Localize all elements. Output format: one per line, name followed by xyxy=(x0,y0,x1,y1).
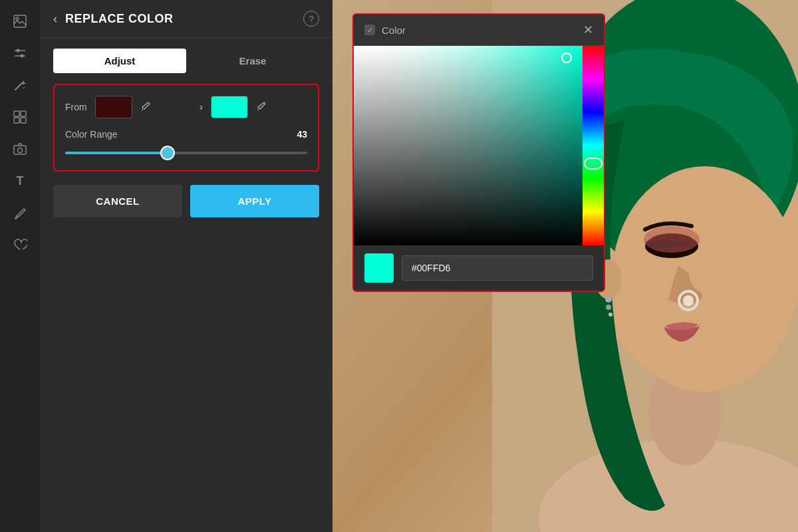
brush-icon[interactable] xyxy=(7,200,33,226)
close-icon[interactable]: ✕ xyxy=(583,23,593,37)
color-picker-checkbox[interactable]: ✓ xyxy=(364,25,375,35)
panel-header: ‹ REPLACE COLOR ? xyxy=(40,0,332,38)
image-icon[interactable] xyxy=(7,8,33,35)
svg-rect-8 xyxy=(14,111,19,116)
arrow-icon: › xyxy=(200,101,203,113)
slider-fill xyxy=(65,152,167,154)
svg-point-26 xyxy=(605,296,612,303)
from-eyedropper-icon[interactable] xyxy=(138,98,154,116)
sliders-icon[interactable] xyxy=(7,40,33,66)
action-buttons: CANCEL APPLY xyxy=(40,172,332,231)
gradient-main[interactable] xyxy=(354,46,583,245)
hex-input[interactable] xyxy=(402,255,593,281)
gradient-cursor[interactable] xyxy=(561,53,572,63)
slider-thumb[interactable] xyxy=(160,146,175,160)
apply-button[interactable]: APPLY xyxy=(190,185,319,217)
color-range-label: Color Range xyxy=(65,129,118,140)
wand-icon[interactable] xyxy=(7,72,33,98)
tab-adjust[interactable]: Adjust xyxy=(53,49,186,73)
canvas-area: ✓ Color ✕ xyxy=(332,0,798,532)
color-replace-section: From › xyxy=(53,84,319,172)
color-picker-header: ✓ Color ✕ xyxy=(354,15,604,46)
color-preview-row xyxy=(354,245,604,291)
hue-thumb[interactable] xyxy=(584,158,602,170)
cancel-button[interactable]: CANCEL xyxy=(53,185,182,217)
color-range-value: 43 xyxy=(297,129,307,140)
svg-point-27 xyxy=(606,305,611,310)
svg-point-24 xyxy=(644,226,700,253)
back-button[interactable]: ‹ xyxy=(53,12,57,26)
svg-point-1 xyxy=(16,17,19,20)
svg-line-7 xyxy=(23,87,25,88)
preview-color-swatch xyxy=(364,253,394,283)
svg-line-6 xyxy=(15,83,22,90)
svg-point-28 xyxy=(608,313,612,317)
svg-rect-0 xyxy=(14,15,26,27)
color-picker-title: Color xyxy=(382,25,577,36)
svg-rect-9 xyxy=(21,111,26,116)
to-color-group xyxy=(211,96,307,118)
from-to-row: From › xyxy=(65,96,307,118)
svg-rect-11 xyxy=(21,118,26,123)
to-eyedropper-icon[interactable] xyxy=(253,98,269,116)
range-row: Color Range 43 xyxy=(65,129,307,140)
svg-point-4 xyxy=(17,49,20,53)
svg-point-13 xyxy=(18,148,23,153)
left-toolbar: T xyxy=(0,0,40,532)
svg-rect-10 xyxy=(14,118,19,123)
svg-point-19 xyxy=(612,166,798,392)
grid-icon[interactable] xyxy=(7,104,33,130)
to-color-swatch[interactable] xyxy=(211,96,248,118)
hue-slider[interactable] xyxy=(583,46,604,245)
side-panel: ‹ REPLACE COLOR ? Adjust Erase From › xyxy=(40,0,332,532)
svg-point-23 xyxy=(683,295,694,306)
tab-erase[interactable]: Erase xyxy=(186,49,319,73)
text-icon[interactable]: T xyxy=(7,168,33,194)
from-color-swatch[interactable] xyxy=(95,96,132,118)
help-button[interactable]: ? xyxy=(303,11,319,27)
color-range-slider[interactable] xyxy=(65,146,307,160)
gradient-picker-area[interactable] xyxy=(354,46,604,245)
svg-point-5 xyxy=(21,55,24,58)
tab-bar: Adjust Erase xyxy=(40,38,332,84)
camera-icon[interactable] xyxy=(7,136,33,162)
heart-icon[interactable] xyxy=(7,231,33,258)
gradient-black-overlay xyxy=(354,46,583,245)
panel-title: REPLACE COLOR xyxy=(65,12,295,26)
from-label: From xyxy=(65,102,87,112)
color-picker-panel: ✓ Color ✕ xyxy=(352,13,605,292)
from-color-group xyxy=(95,96,192,118)
